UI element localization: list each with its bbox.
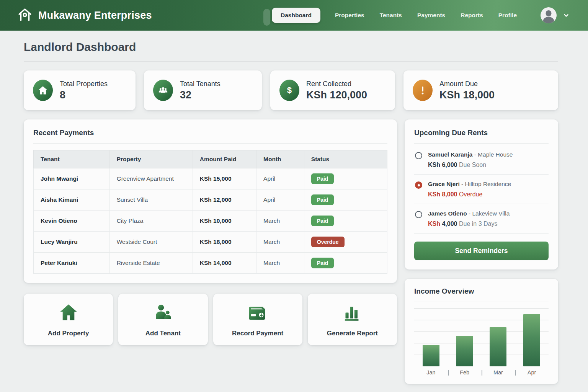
stat-value: KSh 18,000 [439, 89, 495, 101]
due-amount-value: 6,000 [442, 162, 457, 168]
x-tick-label: Apr [515, 369, 549, 376]
cell-tenant: Kevin Otieno [34, 211, 110, 232]
stat-value: 8 [60, 89, 108, 101]
status-badge: Paid [311, 216, 334, 226]
action-label: Generate Report [327, 330, 378, 337]
svg-text:$: $ [287, 85, 292, 95]
status-badge: Overdue [311, 237, 345, 247]
stat-value: 32 [180, 89, 220, 101]
cell-property: Riverside Estate [109, 253, 193, 274]
bar-cell [482, 308, 515, 366]
main-nav: DashboardPropertiesTenantsPaymentsReport… [272, 8, 518, 23]
nav-item-reports[interactable]: Reports [460, 8, 484, 23]
due-rent-item: James Otieno - Lakeview Villa KSh 4,000 … [414, 204, 549, 234]
action-card-generate-report[interactable]: Generate Report [308, 294, 397, 345]
recent-payments-panel: Recent Payments TenantPropertyAmount Pai… [24, 119, 397, 283]
column-header-tenant: Tenant [34, 150, 110, 168]
bar-jan [423, 345, 439, 366]
bar-chart-icon [342, 302, 363, 324]
due-rent-item: Samuel Karanja - Maple House KSh 6,000 D… [414, 144, 549, 175]
stat-card: Total Properties 8 [24, 70, 136, 110]
chart-x-axis-labels: JanFebMarApr [414, 369, 549, 378]
due-rent-radio[interactable] [415, 181, 422, 189]
nav-item-profile[interactable]: Profile [498, 8, 518, 23]
home-logo-icon [17, 7, 33, 24]
bar-cell [414, 308, 448, 366]
due-tenant-name: Grace Njeri [428, 181, 460, 187]
page-title: Landlord Dashboard [24, 41, 558, 54]
cell-month: April [256, 168, 304, 189]
due-property-name: - Lakeview Villa [469, 210, 510, 217]
cell-status: Paid [304, 211, 387, 232]
send-reminders-button[interactable]: Send Reminders [414, 242, 549, 260]
cell-amount-paid: KSh 10,000 [193, 211, 256, 232]
cell-month: March [256, 211, 304, 232]
income-overview-title: Income Overview [414, 287, 549, 296]
stat-label: Total Properties [60, 80, 108, 88]
cell-status: Paid [304, 253, 387, 274]
nav-item-dashboard[interactable]: Dashboard [272, 8, 320, 23]
cell-property: City Plaza [109, 211, 193, 232]
stat-card: $ Rent Collected KSh 120,000 [270, 70, 395, 110]
due-rent-radio[interactable] [415, 211, 422, 218]
action-card-record-payment[interactable]: Record Payment [213, 294, 302, 345]
cell-month: March [256, 253, 304, 274]
upcoming-due-rents-panel: Upcoming Due Rents Samuel Karanja - Mapl… [405, 119, 558, 270]
cell-tenant: Aisha Kimani [34, 189, 110, 211]
stat-card: Total Tenants 32 [144, 70, 262, 110]
nav-item-properties[interactable]: Properties [334, 8, 365, 23]
due-property-name: - Hilltop Residence [461, 181, 511, 187]
due-tenant-name: James Otieno [428, 210, 467, 217]
action-label: Record Payment [232, 330, 283, 337]
brand[interactable]: Mukawany Enterprises [17, 7, 152, 24]
right-column: Upcoming Due Rents Samuel Karanja - Mapl… [405, 119, 558, 384]
credit-card-icon [247, 302, 268, 324]
status-badge: Paid [311, 173, 334, 184]
cell-property: Sunset Villa [109, 189, 193, 211]
cell-tenant: John Mwangi [34, 168, 110, 189]
cell-property: Westside Court [109, 232, 193, 253]
x-tick-label: Mar [482, 369, 515, 376]
panel-divider [414, 302, 549, 302]
stats-row: Total Properties 8 Total Tenants 32 $ Re… [24, 70, 558, 110]
due-amount-currency: KSh [428, 220, 440, 227]
bar-mar [490, 327, 506, 366]
cell-status: Paid [304, 189, 387, 211]
recent-payments-title: Recent Payments [33, 129, 387, 137]
due-property-name: - Maple House [474, 151, 513, 158]
cell-amount-paid: KSh 14,000 [193, 253, 256, 274]
chevron-down-icon[interactable] [563, 12, 570, 19]
cell-month: April [256, 189, 304, 211]
left-column: Recent Payments TenantPropertyAmount Pai… [24, 119, 397, 345]
cell-amount-paid: KSh 15,000 [193, 168, 256, 189]
status-badge: Paid [311, 258, 334, 268]
due-rent-list: Samuel Karanja - Maple House KSh 6,000 D… [414, 144, 549, 234]
action-card-add-property[interactable]: Add Property [24, 294, 113, 345]
column-header-property: Property [109, 150, 193, 168]
stat-value: KSh 120,000 [306, 89, 367, 101]
due-amount-value: 8,000 [442, 191, 457, 198]
payments-table-body: John MwangiGreenview ApartmentKSh 15,000… [34, 168, 387, 274]
due-rent-radio[interactable] [415, 152, 422, 159]
nav-item-tenants[interactable]: Tenants [379, 8, 403, 23]
table-row: Kevin OtienoCity PlazaKSh 10,000MarchPai… [34, 211, 387, 232]
action-card-add-tenant[interactable]: Add Tenant [118, 294, 207, 345]
stat-card: Amount Due KSh 18,000 [403, 70, 558, 110]
payments-table-head: TenantPropertyAmount PaidMonthStatus [34, 150, 387, 168]
bar-cell [448, 308, 482, 366]
due-amount-currency: KSh [428, 191, 440, 198]
cell-amount-paid: KSh 18,000 [193, 232, 256, 253]
stat-label: Rent Collected [306, 80, 367, 88]
people-icon [153, 80, 173, 101]
x-tick-label: Jan [414, 369, 448, 376]
due-amount-value: 4,000 [442, 220, 457, 227]
house-icon [58, 302, 79, 324]
person-add-icon [153, 302, 173, 324]
profile-menu [541, 7, 570, 23]
payments-table: TenantPropertyAmount PaidMonthStatus Joh… [33, 150, 387, 274]
due-note: Due Soon [459, 162, 486, 168]
user-avatar[interactable] [541, 7, 557, 23]
table-row: Aisha KimaniSunset VillaKSh 12,000AprilP… [34, 189, 387, 211]
app-header: Mukawany Enterprises DashboardProperties… [0, 0, 588, 31]
nav-item-payments[interactable]: Payments [416, 8, 446, 23]
